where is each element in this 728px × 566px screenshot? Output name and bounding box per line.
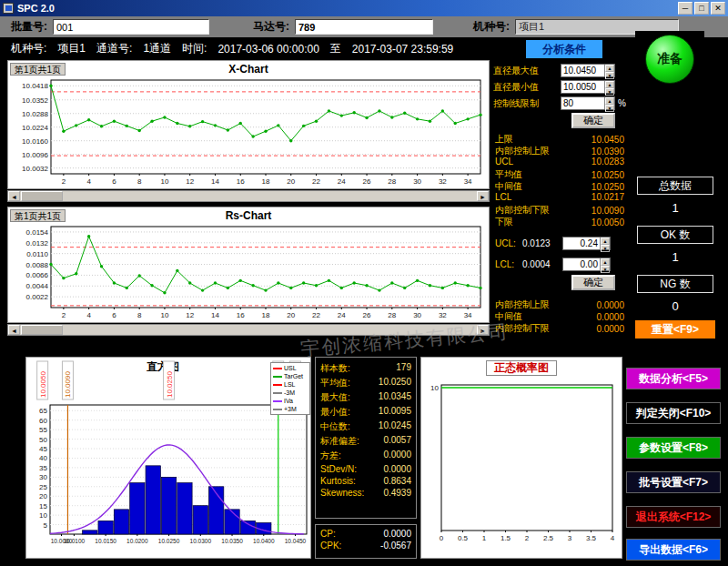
svg-text:18: 18: [262, 177, 270, 186]
svg-text:6: 6: [112, 177, 116, 186]
export-data-button[interactable]: 导出数据<F6>: [626, 539, 721, 561]
svg-text:0.5: 0.5: [458, 534, 469, 542]
ready-button[interactable]: 准备: [645, 35, 694, 84]
mean-row: 平均值10.0250: [495, 168, 624, 181]
info-time-to: 2017-03-07 23:59:59: [352, 43, 453, 56]
scroll-left-icon[interactable]: ◄: [8, 325, 20, 335]
svg-text:30: 30: [413, 311, 421, 319]
svg-text:10.0050: 10.0050: [39, 371, 47, 398]
svg-text:14: 14: [211, 311, 219, 319]
app-icon: [3, 3, 14, 14]
total-count-value: 1: [637, 201, 713, 215]
x-chart-scrollbar[interactable]: ◄ ►: [7, 190, 490, 202]
control-limit-spinner[interactable]: 80 ▲▼: [561, 96, 615, 110]
scroll-left-icon[interactable]: ◄: [8, 191, 20, 201]
normal-probability-panel: 正态概率图 1000.511.522.533.54: [420, 357, 622, 559]
svg-text:10.0400: 10.0400: [253, 538, 275, 544]
close-button[interactable]: ✕: [711, 2, 725, 15]
spin-up-icon[interactable]: ▲: [601, 238, 610, 245]
minimize-button[interactable]: ─: [678, 2, 693, 15]
reset-button[interactable]: 重置<F9>: [635, 320, 715, 339]
spin-down-icon[interactable]: ▼: [601, 266, 610, 273]
svg-text:55: 55: [39, 426, 47, 434]
svg-text:10.0288: 10.0288: [22, 110, 48, 118]
scroll-right-icon[interactable]: ►: [477, 325, 489, 335]
scroll-right-icon[interactable]: ►: [477, 191, 489, 201]
stat-row: 标准偏差:0.0057: [316, 434, 416, 449]
svg-text:60: 60: [39, 417, 47, 425]
spin-down-icon[interactable]: ▼: [605, 72, 614, 79]
svg-text:10.0200: 10.0200: [126, 538, 148, 544]
info-time-label: 时间:: [182, 41, 207, 56]
parameter-settings-button[interactable]: 参数设置<F8>: [626, 437, 721, 459]
svg-text:10.0090: 10.0090: [64, 371, 72, 398]
stat-row: 平均值:10.0250: [316, 376, 416, 390]
batch-label: 批量号:: [11, 19, 47, 35]
svg-text:20: 20: [287, 311, 295, 319]
data-analysis-button[interactable]: 数据分析<F5>: [626, 368, 721, 389]
svg-text:24: 24: [338, 311, 346, 319]
svg-text:4: 4: [86, 177, 91, 186]
rs-chart-scrollbar[interactable]: ◄ ►: [7, 324, 490, 336]
svg-text:10.0032: 10.0032: [22, 165, 48, 173]
spin-up-icon[interactable]: ▲: [605, 65, 614, 72]
svg-text:10.0160: 10.0160: [22, 137, 48, 146]
scrollbar-thumb[interactable]: [21, 325, 63, 335]
diameter-min-spinner[interactable]: 10.0050 ▲▼: [561, 80, 615, 94]
svg-text:34: 34: [464, 311, 472, 319]
x-chart-plot: 10.041810.035210.028810.022410.016010.00…: [11, 76, 486, 187]
svg-text:30: 30: [413, 177, 421, 186]
svg-text:20: 20: [39, 492, 47, 500]
svg-text:28: 28: [388, 177, 396, 186]
inner-lower-row: 内部控制下限10.0090: [495, 204, 624, 217]
svg-text:0.0154: 0.0154: [26, 228, 49, 237]
spin-up-icon[interactable]: ▲: [601, 258, 610, 266]
svg-text:4: 4: [611, 534, 615, 542]
batch-settings-button[interactable]: 批号设置<F7>: [626, 471, 721, 493]
stat-row: 样本数:179: [316, 361, 416, 376]
svg-text:34: 34: [464, 177, 472, 186]
svg-text:3.5: 3.5: [586, 534, 597, 542]
svg-text:2: 2: [525, 534, 530, 542]
svg-text:10.0250: 10.0250: [166, 371, 174, 398]
rs-params-confirm-button[interactable]: 确定: [571, 275, 615, 290]
spin-down-icon[interactable]: ▼: [605, 88, 614, 96]
title-bar: SPC 2.0 ─ □ ✕: [0, 0, 728, 16]
svg-text:10.0350: 10.0350: [221, 538, 243, 544]
info-time-from: 2017-03-06 00:00:00: [217, 43, 318, 56]
svg-text:20: 20: [287, 177, 295, 186]
normal-probability-plot: 1000.511.522.533.54: [423, 378, 620, 556]
svg-text:26: 26: [363, 177, 371, 186]
rs-ucl-spinner[interactable]: 0.24 ▲▼: [562, 237, 611, 250]
svg-text:2: 2: [62, 311, 66, 319]
x-params-confirm-button[interactable]: 确定: [571, 113, 615, 128]
svg-text:8: 8: [137, 177, 142, 186]
spin-down-icon[interactable]: ▼: [605, 105, 614, 112]
spin-up-icon[interactable]: ▲: [605, 97, 614, 105]
cp-cpk-panel: CP:0.0000 CPK:-0.0567: [315, 524, 417, 559]
batch-input[interactable]: [53, 19, 209, 35]
spin-down-icon[interactable]: ▼: [601, 245, 610, 252]
scrollbar-thumb[interactable]: [21, 191, 63, 201]
svg-text:10.0100: 10.0100: [64, 538, 86, 544]
analyze-conditions-button[interactable]: 分析条件: [526, 40, 602, 58]
svg-text:0.0022: 0.0022: [26, 293, 49, 301]
diameter-max-spinner[interactable]: 10.0450 ▲▼: [561, 64, 615, 77]
histogram-panel: 直方图10.009010.005010.025010.042310.045051…: [25, 357, 311, 559]
target-line-icon: [273, 376, 282, 378]
rs-inner-lower-row: 内部控制下限0.0000: [495, 322, 624, 335]
control-limit-label: 控制线限制: [493, 97, 561, 110]
svg-text:0.0044: 0.0044: [26, 282, 49, 290]
x-chart-title: X-Chart: [8, 63, 489, 76]
total-count-label: 总数据: [637, 177, 713, 195]
exit-system-button[interactable]: 退出系统<F12>: [626, 506, 721, 528]
judgment-close-button[interactable]: 判定关闭<F10>: [626, 402, 721, 424]
maximize-button[interactable]: □: [694, 2, 709, 15]
svg-text:24: 24: [338, 177, 346, 186]
spin-up-icon[interactable]: ▲: [605, 81, 614, 88]
motor-input[interactable]: [295, 19, 433, 35]
x-chart-panel: 第1页共1页 X-Chart 10.041810.035210.028810.0…: [7, 60, 490, 189]
histogram-legend: USL TarGet LSL -3M IVa +3M: [270, 362, 310, 415]
stat-row: 中位数:10.0245: [316, 419, 416, 434]
rs-lcl-spinner[interactable]: 0.00 ▲▼: [562, 258, 611, 271]
